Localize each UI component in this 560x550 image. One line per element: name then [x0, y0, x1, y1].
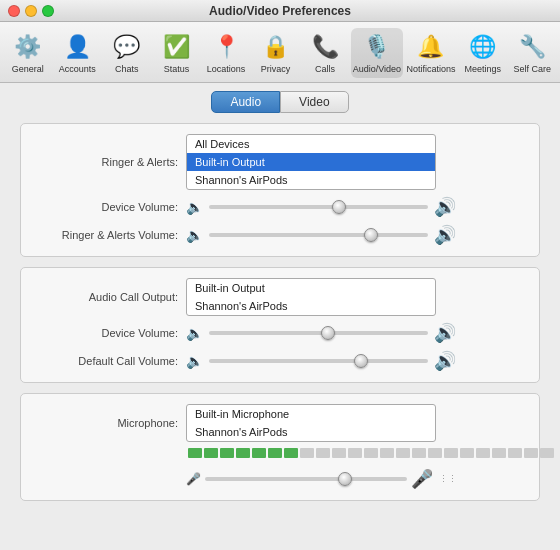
- ringer-devices-control: All DevicesBuilt-in OutputShannon's AirP…: [186, 134, 529, 190]
- mic-device-builtin[interactable]: Built-in Microphone: [187, 405, 435, 423]
- default-call-vol-thumb[interactable]: [354, 354, 368, 368]
- meter-bar-9: [332, 448, 346, 458]
- locations-label: Locations: [207, 65, 246, 75]
- toolbar-item-calls[interactable]: 📞 Calls: [301, 28, 349, 78]
- speaker-small-icon-3: 🔈: [186, 325, 203, 341]
- mic-listbox[interactable]: Built-in MicrophoneShannon's AirPods: [186, 404, 436, 442]
- privacy-icon: 🔒: [260, 31, 292, 63]
- meter-bar-20: [508, 448, 522, 458]
- ringer-device-vol-control: 🔈 🔊: [186, 196, 529, 218]
- general-label: General: [12, 65, 44, 75]
- toolbar-item-privacy[interactable]: 🔒 Privacy: [252, 28, 300, 78]
- accounts-icon: 👤: [61, 31, 93, 63]
- meter-bar-11: [364, 448, 378, 458]
- window-controls[interactable]: [8, 5, 54, 17]
- mic-large-icon: 🎤: [411, 468, 433, 490]
- meter-bar-6: [284, 448, 298, 458]
- ringer-listbox[interactable]: All DevicesBuilt-in OutputShannon's AirP…: [186, 134, 436, 190]
- status-icon: ✅: [160, 31, 192, 63]
- audio-output-device-vol-slider-row: 🔈 🔊: [186, 322, 456, 344]
- toolbar-item-selfcare[interactable]: 🔧 Self Care: [508, 28, 556, 78]
- meter-bar-21: [524, 448, 538, 458]
- meter-bar-0: [188, 448, 202, 458]
- accounts-label: Accounts: [59, 65, 96, 75]
- ringer-device-builtin[interactable]: Built-in Output: [187, 153, 435, 171]
- meter-bar-4: [252, 448, 266, 458]
- ringer-device-vol-slider-row: 🔈 🔊: [186, 196, 456, 218]
- mic-devices-row: Microphone: Built-in MicrophoneShannon's…: [21, 404, 539, 442]
- maximize-button[interactable]: [42, 5, 54, 17]
- toolbar: ⚙️ General 👤 Accounts 💬 Chats ✅ Status 📍…: [0, 22, 560, 83]
- mic-meter-control: [186, 448, 554, 462]
- meetings-label: Meetings: [464, 65, 501, 75]
- mic-level-control: 🎤 🎤 ⋮⋮: [186, 468, 529, 490]
- selfcare-icon: 🔧: [516, 31, 548, 63]
- meter-bar-19: [492, 448, 506, 458]
- toolbar-item-locations[interactable]: 📍 Locations: [202, 28, 250, 78]
- meter-bar-22: [540, 448, 554, 458]
- titlebar: Audio/Video Preferences: [0, 0, 560, 22]
- default-call-vol-track[interactable]: [209, 359, 428, 363]
- tab-audio[interactable]: Audio: [211, 91, 280, 113]
- mic-label: Microphone:: [31, 417, 186, 429]
- meetings-icon: 🌐: [467, 31, 499, 63]
- default-call-vol-row: Default Call Volume: 🔈 🔊: [21, 350, 539, 372]
- ringer-device-all[interactable]: All Devices: [187, 135, 435, 153]
- audio-output-device-vol-control: 🔈 🔊: [186, 322, 529, 344]
- main-content: Ringer & Alerts: All DevicesBuilt-in Out…: [0, 119, 560, 521]
- mic-devices-control: Built-in MicrophoneShannon's AirPods: [186, 404, 529, 442]
- mic-device-airpods[interactable]: Shannon's AirPods: [187, 423, 435, 441]
- speaker-small-icon: 🔈: [186, 199, 203, 215]
- selfcare-label: Self Care: [513, 65, 551, 75]
- audio-output-device-vol-row: Device Volume: 🔈 🔊: [21, 322, 539, 344]
- mic-level-thumb[interactable]: [338, 472, 352, 486]
- meter-bar-3: [236, 448, 250, 458]
- meter-bar-12: [380, 448, 394, 458]
- toolbar-item-status[interactable]: ✅ Status: [153, 28, 201, 78]
- meter-bar-7: [300, 448, 314, 458]
- audiovideo-label: Audio/Video: [353, 65, 401, 75]
- mic-level-meter: [188, 448, 554, 458]
- toolbar-item-audiovideo[interactable]: 🎙️ Audio/Video: [351, 28, 403, 78]
- meter-bar-5: [268, 448, 282, 458]
- mic-level-row: 🎤 🎤 ⋮⋮: [21, 468, 539, 490]
- audio-output-listbox[interactable]: Built-in OutputShannon's AirPods: [186, 278, 436, 316]
- speaker-small-icon-2: 🔈: [186, 227, 203, 243]
- general-icon: ⚙️: [12, 31, 44, 63]
- speaker-large-icon: 🔊: [434, 196, 456, 218]
- audio-output-device-airpods[interactable]: Shannon's AirPods: [187, 297, 435, 315]
- minimize-button[interactable]: [25, 5, 37, 17]
- mic-meter-row: [21, 448, 539, 462]
- meter-bar-8: [316, 448, 330, 458]
- calls-icon: 📞: [309, 31, 341, 63]
- notifications-label: Notifications: [406, 65, 455, 75]
- audio-output-device-builtin[interactable]: Built-in Output: [187, 279, 435, 297]
- toolbar-item-notifications[interactable]: 🔔 Notifications: [405, 28, 457, 78]
- ringer-alerts-vol-control: 🔈 🔊: [186, 224, 529, 246]
- ringer-alerts-vol-row: Ringer & Alerts Volume: 🔈 🔊: [21, 224, 539, 246]
- ringer-alerts-vol-label: Ringer & Alerts Volume:: [31, 229, 186, 241]
- privacy-label: Privacy: [261, 65, 291, 75]
- toolbar-item-meetings[interactable]: 🌐 Meetings: [459, 28, 507, 78]
- ringer-device-vol-thumb[interactable]: [332, 200, 346, 214]
- audio-output-device-vol-thumb[interactable]: [321, 326, 335, 340]
- toolbar-item-accounts[interactable]: 👤 Accounts: [54, 28, 102, 78]
- status-label: Status: [164, 65, 190, 75]
- close-button[interactable]: [8, 5, 20, 17]
- audio-output-device-vol-track[interactable]: [209, 331, 428, 335]
- audio-output-section: Audio Call Output: Built-in OutputShanno…: [20, 267, 540, 383]
- mic-level-slider-row: 🎤 🎤 ⋮⋮: [186, 468, 456, 490]
- ringer-alerts-vol-track[interactable]: [209, 233, 428, 237]
- ringer-alerts-vol-thumb[interactable]: [364, 228, 378, 242]
- calls-label: Calls: [315, 65, 335, 75]
- tab-video[interactable]: Video: [280, 91, 348, 113]
- meter-bar-17: [460, 448, 474, 458]
- toolbar-item-general[interactable]: ⚙️ General: [4, 28, 52, 78]
- toolbar-item-chats[interactable]: 💬 Chats: [103, 28, 151, 78]
- ringer-alerts-vol-slider-row: 🔈 🔊: [186, 224, 456, 246]
- ringer-device-vol-track[interactable]: [209, 205, 428, 209]
- ringer-device-airpods[interactable]: Shannon's AirPods: [187, 171, 435, 189]
- mic-level-track[interactable]: [205, 477, 407, 481]
- ringer-devices-row: Ringer & Alerts: All DevicesBuilt-in Out…: [21, 134, 539, 190]
- chats-label: Chats: [115, 65, 139, 75]
